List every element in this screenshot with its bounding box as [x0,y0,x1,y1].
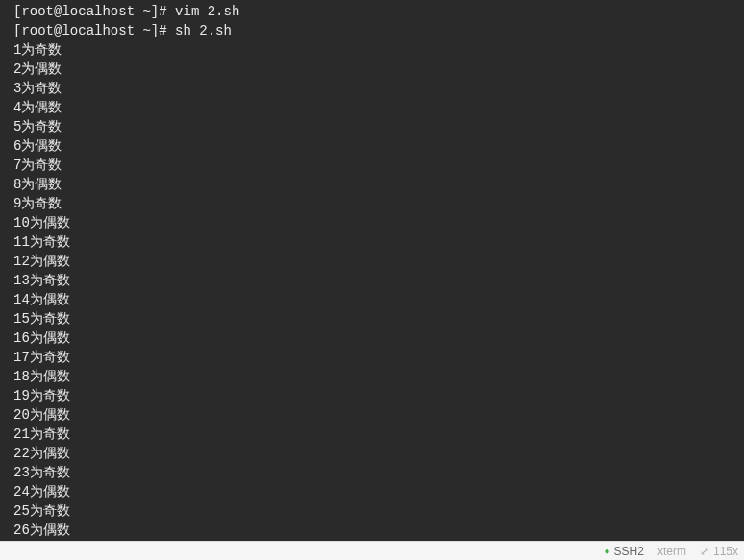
output-line: 16为偶数 [13,329,731,348]
output-line: 15为奇数 [13,309,731,329]
prompt-user: root [21,23,54,38]
status-protocol: ● SSH2 [605,545,644,558]
command-text: sh 2.sh [175,23,232,38]
output-line: 19为奇数 [13,386,731,405]
output-line: 8为偶数 [13,175,731,194]
prompt-line-2: [root@localhost ~]# sh 2.sh [13,21,731,40]
size-label: 115x [713,545,738,558]
status-size: ⤢ 115x [700,545,738,558]
output-line: 21为奇数 [13,425,731,444]
status-bar: ● SSH2 xterm ⤢ 115x [0,541,744,560]
output-line: 9为奇数 [13,194,731,213]
protocol-label: SSH2 [614,545,644,558]
command-text: vim 2.sh [175,4,239,19]
output-line: 1为奇数 [13,40,731,60]
output-line: 20为偶数 [13,405,731,425]
size-icon: ⤢ [700,545,709,558]
prompt-host: localhost [62,23,135,38]
prompt-user: root [21,4,54,19]
ready-icon: ● [605,546,610,556]
output-line: 3为奇数 [13,79,731,98]
output-line: 6为偶数 [13,136,731,156]
output-line: 25为奇数 [13,501,731,521]
bracket-close: ] [151,4,159,19]
output-line: 5为奇数 [13,117,731,136]
prompt-cwd: ~ [142,4,150,19]
output-line: 17为奇数 [13,348,731,367]
status-term: xterm [657,545,686,558]
prompt-line-1: [root@localhost ~]# vim 2.sh [13,2,731,21]
output-line: 10为偶数 [13,213,731,232]
output-line: 23为奇数 [13,463,731,482]
bracket-close: ] [151,23,159,38]
output-line: 12为偶数 [13,252,731,271]
prompt-cwd: ~ [142,23,150,38]
prompt-host: localhost [62,4,135,19]
terminal-window[interactable]: [root@localhost ~]# vim 2.sh [root@local… [0,0,744,541]
output-line: 4为偶数 [13,98,731,117]
output-line: 2为偶数 [13,60,731,79]
output-line: 7为奇数 [13,156,731,175]
term-label: xterm [657,545,686,558]
output-container: 1为奇数2为偶数3为奇数4为偶数5为奇数6为偶数7为奇数8为偶数9为奇数10为偶… [13,40,731,541]
output-line: 11为奇数 [13,232,731,252]
prompt-symbol: # [159,4,175,19]
output-line: 22为偶数 [13,444,731,463]
output-line: 13为奇数 [13,271,731,290]
output-line: 24为偶数 [13,482,731,501]
output-line: 18为偶数 [13,367,731,386]
output-line: 14为偶数 [13,290,731,309]
output-line: 26为偶数 [13,521,731,540]
prompt-symbol: # [159,23,175,38]
